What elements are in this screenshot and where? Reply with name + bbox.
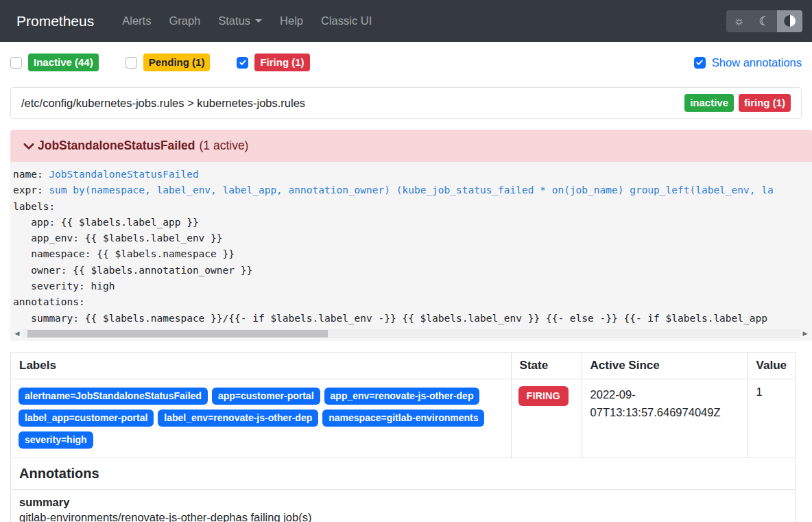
check-icon [695, 58, 704, 67]
alert-rule-section: JobStandaloneStatusFailed (1 active) nam… [10, 130, 812, 341]
annotation-key: summary [19, 496, 787, 509]
code-line-label-namespace: namespace: {{ $labels.namespace }} [13, 246, 809, 262]
show-annotations-checkbox[interactable] [694, 57, 706, 69]
sun-icon: ☼ [734, 14, 745, 28]
alert-rule-header[interactable]: JobStandaloneStatusFailed (1 active) [10, 130, 812, 162]
rule-group-badges: inactive firing (1) [684, 94, 791, 112]
active-since-cell: 2022-09-07T13:13:57.646974049Z [582, 379, 748, 458]
table-header-row: Labels State Active Since Value [11, 352, 796, 379]
navbar: Prometheus Alerts Graph Status Help Clas… [0, 0, 812, 42]
header-labels: Labels [11, 352, 512, 379]
pending-checkbox[interactable] [126, 57, 137, 69]
alert-instances-table: Labels State Active Since Value alertnam… [10, 352, 796, 522]
circle-half-icon [784, 15, 796, 27]
firing-badge[interactable]: Firing (1) [254, 54, 309, 71]
annotation-cell: summary gitlab-environments/renovate-js-… [11, 489, 796, 522]
inactive-checkbox[interactable] [10, 57, 22, 69]
brand-link[interactable]: Prometheus [16, 13, 94, 29]
scrollbar-track[interactable] [22, 329, 800, 338]
horizontal-scrollbar[interactable]: ◀ ▶ [10, 328, 812, 341]
rule-group-header: /etc/config/kubernetes-jobs.rules > kube… [10, 87, 802, 119]
code-line-summary: summary: {{ $labels.namespace }}/{{- if … [13, 311, 809, 327]
code-line-label-owner: owner: {{ $labels.annotation_owner }} [13, 263, 809, 278]
rule-group-path: /etc/config/kubernetes-jobs.rules > kube… [21, 97, 305, 110]
code-line-annotations: annotations: [13, 294, 809, 310]
chevron-down-icon [23, 140, 35, 152]
header-active-since: Active Since [582, 352, 748, 379]
code-line-labels: labels: [13, 199, 809, 215]
show-annotations-toggle[interactable]: Show annotations [694, 56, 802, 69]
alert-instance-row: alertname=JobStandaloneStatusFailedapp=c… [11, 379, 796, 458]
header-value: Value [748, 352, 795, 379]
filter-pending[interactable]: Pending (1) [126, 54, 211, 71]
annotations-title-row: Annotations [11, 458, 796, 489]
label-badge-label-env: label_env=renovate-js-other-dep [158, 410, 318, 427]
scroll-left-arrow-icon[interactable]: ◀ [12, 330, 22, 337]
code-line-name: name: JobStandaloneStatusFailed [13, 167, 809, 182]
label-badge-app: app=customer-portal [212, 388, 320, 405]
check-icon [239, 58, 247, 67]
theme-dark-button[interactable]: ☾ [752, 10, 777, 32]
theme-auto-button[interactable] [777, 10, 802, 32]
pending-badge[interactable]: Pending (1) [143, 54, 211, 71]
caret-down-icon [255, 19, 262, 23]
code-line-label-app-env: app_env: {{ $labels.label_env }} [13, 230, 809, 246]
nav-item-alerts[interactable]: Alerts [113, 9, 160, 33]
scrollbar-thumb[interactable] [27, 330, 328, 337]
nav-item-status[interactable]: Status [209, 9, 271, 33]
code-line-label-severity: severity: high [13, 278, 809, 294]
nav-item-help[interactable]: Help [271, 9, 312, 33]
alert-active-count: (1 active) [199, 139, 248, 153]
moon-icon: ☾ [759, 15, 769, 27]
filter-inactive[interactable]: Inactive (44) [10, 54, 99, 71]
alert-rule-name: JobStandaloneStatusFailed [38, 139, 195, 153]
state-cell: FIRING [511, 379, 582, 458]
firing-checkbox[interactable] [237, 57, 248, 69]
code-line-expr: expr: sum by(namespace, label_env, label… [13, 182, 809, 198]
code-line-label-app: app: {{ $labels.label_app }} [13, 215, 809, 230]
value-cell: 1 [748, 379, 795, 458]
annotations-title: Annotations [11, 458, 796, 489]
label-badge-label-app: label_app=customer-portal [19, 410, 154, 427]
firing-state-badge: FIRING [518, 386, 569, 407]
inactive-badge[interactable]: Inactive (44) [28, 54, 99, 71]
theme-toggle-group: ☼ ☾ [726, 10, 802, 32]
scroll-right-arrow-icon[interactable]: ▶ [800, 330, 810, 337]
label-badge-severity: severity=high [19, 431, 93, 449]
theme-light-button[interactable]: ☼ [726, 10, 752, 32]
alert-state-filters: Inactive (44) Pending (1) Firing (1) Sho… [10, 54, 802, 71]
header-state: State [511, 352, 582, 379]
nav-item-classic-ui[interactable]: Classic UI [312, 9, 381, 33]
inactive-count-badge: inactive [684, 94, 734, 112]
filter-firing[interactable]: Firing (1) [237, 54, 309, 71]
annotation-value: gitlab-environments/renovate-js-other-de… [19, 511, 787, 522]
nav-item-graph[interactable]: Graph [160, 9, 209, 33]
nav-item-status-label: Status [218, 14, 250, 27]
label-badge-alertname: alertname=JobStandaloneStatusFailed [19, 388, 208, 405]
label-badge-namespace: namespace=gitlab-environments [322, 410, 484, 427]
label-badge-app-env: app_env=renovate-js-other-dep [324, 388, 480, 405]
annotation-row: summary gitlab-environments/renovate-js-… [11, 489, 796, 522]
firing-count-badge: firing (1) [739, 94, 791, 112]
labels-cell: alertname=JobStandaloneStatusFailedapp=c… [11, 379, 512, 458]
show-annotations-label: Show annotations [712, 56, 802, 69]
rule-definition-code: name: JobStandaloneStatusFailedexpr: sum… [10, 162, 812, 328]
